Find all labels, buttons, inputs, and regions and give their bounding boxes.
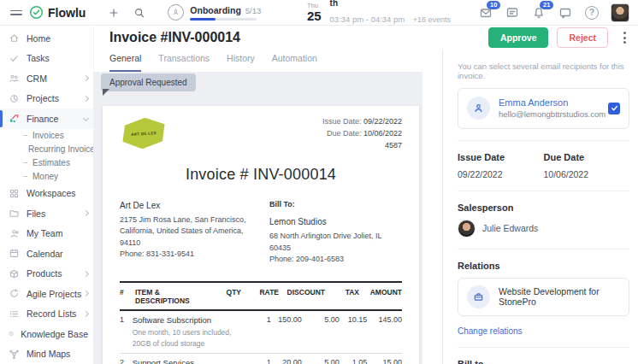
sidebar-item-finance[interactable]: Finance (0, 109, 93, 129)
onboarding-label: Onboarding (190, 5, 241, 15)
doc-due-date: 10/06/2022 (363, 129, 402, 138)
sidebar-item-my-team[interactable]: My Team (0, 224, 93, 244)
table-row: 2 Support Services Online support portal… (120, 354, 402, 364)
sidebar-item-home[interactable]: Home (0, 28, 93, 49)
doc-issue-date: 09/22/2022 (363, 117, 402, 126)
sidebar-subitem-estimates[interactable]: Estimates (0, 156, 93, 170)
tab-automation[interactable]: Automation (272, 53, 317, 72)
invoice-document-column: General Transactions History Automation … (94, 50, 442, 364)
reject-button[interactable]: Reject (557, 27, 608, 48)
issue-date-value: 09/22/2022 (458, 169, 544, 179)
divider (458, 347, 629, 348)
recipient-name[interactable]: Emma Anderson (499, 97, 608, 109)
salesperson-label: Salesperson (458, 203, 629, 213)
date-weekday: Thu (307, 3, 322, 9)
chat-icon[interactable] (558, 6, 572, 20)
seller-name: Art De Lex (120, 199, 269, 212)
user-avatar[interactable] (611, 3, 629, 22)
relation-card[interactable]: Website Development for StonePro (458, 278, 629, 316)
seller-address-line: California, United States of America, (120, 226, 269, 238)
salesperson-avatar (458, 220, 476, 238)
add-button[interactable] (108, 7, 120, 19)
tab-transactions[interactable]: Transactions (158, 53, 210, 72)
mail-icon[interactable]: 10 (479, 6, 493, 20)
chevron-down-icon (83, 115, 89, 121)
divider (458, 191, 629, 191)
relation-name: Website Development for StonePro (499, 286, 620, 307)
calendar-date-widget[interactable]: Thu 25 (307, 3, 322, 23)
sidebar-item-files[interactable]: Files (0, 203, 93, 224)
more-options-icon[interactable] (618, 28, 631, 47)
sidebar-item-projects[interactable]: Projects (0, 89, 93, 109)
recipient-checkbox[interactable] (608, 103, 620, 114)
recipient-card[interactable]: Emma Anderson hello@lemongbttrstudios.co… (458, 88, 629, 129)
sidebar-subitem-invoices[interactable]: Invoices (0, 129, 93, 143)
menu-toggle-icon[interactable] (10, 10, 22, 15)
invoice-details-panel: You can select several email recipients … (442, 50, 638, 364)
document-viewer: ART DE LEX Issue Date: 09/22/2022 Due Da… (94, 72, 422, 364)
rocket-icon (168, 4, 184, 21)
status-badge: Approval Requested (101, 73, 196, 91)
issue-date-label: Issue Date (458, 152, 544, 162)
doc-reference: 4587 (322, 140, 402, 152)
doc-due-date-label: Due Date: (327, 129, 362, 138)
event-time: 03:34 pm - 04:34 pm (330, 15, 405, 24)
brand[interactable]: Flowlu (29, 5, 86, 20)
seller-phone: Phone: 831-331-9541 (120, 249, 269, 261)
onboarding-progress-bar (190, 18, 257, 21)
recipients-hint: You can select several email recipients … (458, 62, 629, 80)
chevron-right-icon (83, 75, 89, 81)
onboarding-progress-count: 5/13 (245, 6, 262, 15)
notifications-badge: 21 (540, 1, 553, 10)
invoice-items-table: # ITEM & DESCRIPTIONS QTY RATE DISCOUNT … (120, 281, 402, 364)
feedback-note-icon[interactable] (505, 6, 519, 20)
tab-history[interactable]: History (227, 53, 255, 72)
sidebar-item-record-lists[interactable]: Record Lists (0, 304, 93, 325)
recipient-email: hello@lemongbttrstudios.com (499, 109, 608, 120)
seller-address-line: 94110 (120, 238, 269, 250)
sidebar-item-products[interactable]: Products (0, 264, 93, 285)
buyer-phone: Phone: 209-401-6583 (269, 254, 402, 266)
flowlu-logo-icon (29, 5, 44, 20)
sidebar-item-crm[interactable]: CRM (0, 68, 93, 89)
sidebar-item-workspaces[interactable]: Workspaces (0, 184, 93, 204)
change-relations-link[interactable]: Change relations (458, 326, 629, 336)
topbar: Flowlu Onboarding 5/13 Thu 25 th 03:34 p… (0, 0, 638, 26)
due-date-value: 10/06/2022 (544, 169, 630, 179)
chevron-right-icon (83, 210, 89, 216)
sidebar: Home Tasks CRM Projects Finance Invoices… (0, 26, 94, 364)
event-widget[interactable]: th 03:34 pm - 04:34 pm +16 events (330, 0, 451, 26)
tab-bar: General Transactions History Automation (94, 50, 442, 72)
sidebar-item-mind-maps[interactable]: Mind Maps (0, 344, 93, 364)
help-icon[interactable]: ? (585, 6, 599, 20)
sidebar-item-knowledge-base[interactable]: Knowledge Base (0, 324, 93, 344)
chevron-right-icon (83, 96, 89, 102)
search-icon[interactable] (133, 7, 145, 19)
brand-name: Flowlu (48, 6, 86, 20)
doc-issue-date-label: Issue Date: (322, 117, 362, 126)
page-header: Invoice #INV-000014 Approve Reject (94, 26, 638, 50)
event-title: th (330, 0, 451, 9)
sidebar-item-tasks[interactable]: Tasks (0, 49, 93, 69)
salesperson-row[interactable]: Julie Edwards (458, 220, 629, 238)
table-row: 1 Software Subscription One month, 10 us… (120, 311, 402, 355)
person-icon (467, 97, 490, 120)
sidebar-subitem-recurring-invoices[interactable]: Recurring Invoices (0, 143, 93, 156)
chevron-right-icon (83, 291, 89, 296)
relations-label: Relations (458, 261, 629, 271)
notifications-bell-icon[interactable]: 21 (532, 6, 546, 20)
sidebar-subitem-money[interactable]: Money (0, 170, 93, 184)
onboarding-widget[interactable]: Onboarding 5/13 (168, 4, 261, 21)
table-header-row: # ITEM & DESCRIPTIONS QTY RATE DISCOUNT … (120, 283, 402, 311)
briefcase-icon (467, 285, 490, 308)
sidebar-item-agile-projects[interactable]: Agile Projects (0, 284, 93, 304)
approve-button[interactable]: Approve (488, 27, 549, 48)
buyer-name: Lemon Studios (269, 215, 402, 228)
divider (458, 249, 629, 250)
company-logo: ART DE LEX (119, 116, 168, 150)
divider (458, 140, 629, 141)
date-day: 25 (307, 9, 322, 22)
page-title: Invoice #INV-000014 (109, 30, 240, 45)
sidebar-item-calendar[interactable]: Calendar (0, 244, 93, 264)
tab-general[interactable]: General (109, 53, 141, 72)
